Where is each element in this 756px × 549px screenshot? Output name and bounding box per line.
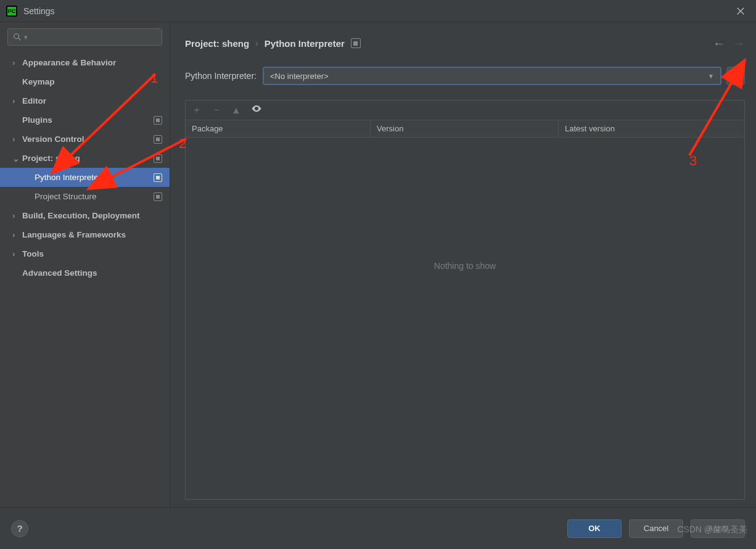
tree-item-advanced[interactable]: ›Advanced Settings [0,263,170,283]
window-title: Settings [23,6,55,16]
cancel-button[interactable]: Cancel [629,519,683,538]
tree-item-languages[interactable]: ›Languages & Frameworks [0,225,170,244]
remove-package-button: － [212,104,221,117]
column-version[interactable]: Version [371,120,559,137]
tree-item-tools[interactable]: ›Tools [0,244,170,263]
packages-empty: Nothing to show [186,138,744,499]
apply-button: Apply [691,519,745,538]
close-icon[interactable] [731,2,750,20]
packages-panel: ＋ － ▲ Package Version Latest version Not… [185,100,745,500]
project-badge-icon [351,38,361,48]
upgrade-package-button: ▲ [231,105,241,116]
project-badge-icon [154,173,162,182]
show-early-releases-button[interactable] [251,103,262,117]
chevron-down-icon: ▼ [708,73,714,80]
interpreter-select[interactable]: <No interpreter> ▼ [263,67,721,85]
tree-item-plugins[interactable]: ›Plugins [0,110,170,130]
search-icon [13,33,22,41]
gear-icon [731,71,741,81]
add-package-button: ＋ [192,104,202,117]
tree-item-editor[interactable]: ›Editor [0,91,170,110]
content-area: Project: sheng › Python Interpreter ← → … [170,22,756,507]
tree-item-build[interactable]: ›Build, Execution, Deployment [0,206,170,225]
project-badge-icon [154,116,162,125]
column-package[interactable]: Package [186,120,371,137]
chevron-right-icon: › [255,38,258,48]
tree-item-vcs[interactable]: ›Version Control [0,130,170,149]
breadcrumb-page: Python Interpreter [265,38,345,49]
column-latest[interactable]: Latest version [559,120,744,137]
forward-arrow-icon: → [733,36,745,51]
packages-headers: Package Version Latest version [186,120,744,138]
ok-button[interactable]: OK [567,519,622,538]
tree-item-appearance[interactable]: ›Appearance & Behavior [0,53,170,72]
dialog-footer: ? OK Cancel Apply [0,507,756,549]
settings-sidebar: ▾ ›Appearance & Behavior ›Keymap ›Editor… [0,22,170,507]
breadcrumb: Project: sheng › Python Interpreter ← → [185,35,745,52]
settings-tree: ›Appearance & Behavior ›Keymap ›Editor ›… [0,51,170,507]
breadcrumb-project[interactable]: Project: sheng [185,38,249,49]
search-input[interactable]: ▾ [7,28,162,46]
project-badge-icon [154,135,162,144]
help-button[interactable]: ? [11,520,28,537]
back-arrow-icon[interactable]: ← [713,36,725,51]
packages-toolbar: ＋ － ▲ [186,101,744,120]
interpreter-settings-button[interactable] [726,67,745,85]
tree-item-python-interpreter[interactable]: Python Interpreter [0,168,170,187]
svg-point-0 [14,34,19,39]
tree-item-project-structure[interactable]: Project Structure [0,187,170,206]
tree-item-keymap[interactable]: ›Keymap [0,72,170,91]
project-badge-icon [154,154,162,163]
titlebar: PC Settings [0,0,756,22]
eye-icon [251,103,262,114]
project-badge-icon [154,192,162,201]
interpreter-value: <No interpreter> [270,72,708,81]
interpreter-label: Python Interpreter: [185,71,257,81]
tree-item-project[interactable]: ⌄Project: sheng [0,149,170,168]
svg-point-2 [255,108,257,110]
svg-line-1 [18,38,21,41]
app-icon: PC [6,6,17,17]
